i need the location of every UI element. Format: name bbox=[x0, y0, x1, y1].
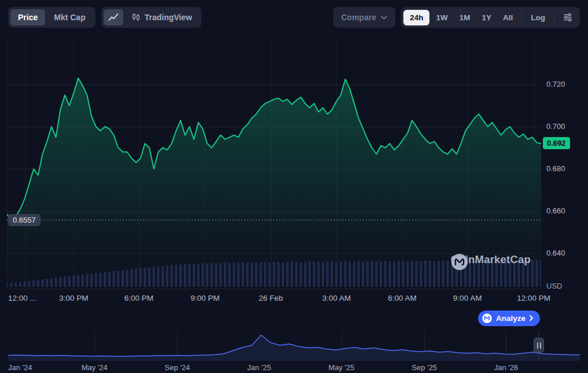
cmc-logo-icon bbox=[482, 313, 492, 323]
analyze-row: Analyze bbox=[0, 309, 588, 327]
brush-handle[interactable] bbox=[534, 338, 544, 353]
sliders-icon bbox=[563, 13, 572, 22]
y-axis: 0.692 USD 0.7200.7000.6800.6600.640 bbox=[541, 42, 588, 289]
line-chart-icon bbox=[108, 13, 119, 21]
range-1m[interactable]: 1M bbox=[454, 10, 476, 25]
range-1w[interactable]: 1W bbox=[431, 10, 453, 25]
line-chart-type-button[interactable] bbox=[104, 9, 123, 25]
mini-x-tick-label: Sep '24 bbox=[165, 363, 190, 372]
compare-label: Compare bbox=[341, 13, 377, 22]
range-all[interactable]: All bbox=[498, 10, 518, 25]
x-tick-label: 12:00 ... bbox=[8, 294, 36, 302]
range-24h[interactable]: 24h bbox=[403, 10, 429, 25]
current-price-badge: 0.692 bbox=[543, 137, 570, 149]
x-tick-label: 3:00 PM bbox=[59, 294, 88, 302]
price-chart-page: Price Mkt Cap TradingView bbox=[0, 0, 588, 373]
range-selector[interactable] bbox=[0, 331, 588, 361]
price-mktcap-toggle: Price Mkt Cap bbox=[8, 7, 95, 28]
x-tick-label: 6:00 PM bbox=[124, 294, 153, 302]
cmc-logo-icon bbox=[451, 253, 468, 271]
compare-button[interactable]: Compare bbox=[333, 7, 396, 28]
x-tick-label: 12:00 PM bbox=[517, 294, 550, 302]
main-chart-svg bbox=[7, 42, 541, 289]
x-tick-label: 9:00 AM bbox=[453, 294, 482, 302]
chevron-right-icon bbox=[530, 315, 533, 321]
main-x-axis: 12:00 ...3:00 PM6:00 PM9:00 PM26 Feb3:00… bbox=[0, 289, 588, 306]
handle-grip-bar bbox=[540, 342, 541, 349]
price-tab[interactable]: Price bbox=[10, 9, 45, 25]
y-tick-label: 0.660 bbox=[546, 206, 565, 215]
mktcap-tab[interactable]: Mkt Cap bbox=[46, 9, 93, 25]
chart-type-group: TradingView bbox=[101, 7, 201, 28]
x-tick-label: 6:00 AM bbox=[388, 294, 417, 302]
analyze-button[interactable]: Analyze bbox=[478, 311, 540, 326]
divider bbox=[554, 12, 554, 23]
chart-toolbar: Price Mkt Cap TradingView bbox=[0, 0, 588, 34]
plot-area[interactable]: 0.6557 CoinMarketCap bbox=[7, 42, 541, 289]
y-tick-label: 0.700 bbox=[546, 122, 565, 131]
mini-x-tick-label: May '25 bbox=[328, 363, 354, 372]
y-tick-label: 0.680 bbox=[546, 164, 565, 173]
mini-x-tick-label: Jan '24 bbox=[8, 363, 32, 372]
x-tick-label: 3:00 AM bbox=[322, 294, 351, 302]
mini-x-tick-label: Jan '26 bbox=[494, 363, 519, 372]
cmc-watermark: CoinMarketCap bbox=[451, 253, 531, 266]
divider bbox=[521, 12, 522, 23]
mini-x-tick-label: May '24 bbox=[82, 363, 108, 372]
x-tick-label: 9:00 PM bbox=[190, 294, 219, 302]
analyze-label: Analyze bbox=[496, 314, 525, 323]
low-price-label: 0.6557 bbox=[8, 214, 41, 226]
mini-chart-svg bbox=[8, 331, 580, 361]
tradingview-button[interactable]: TradingView bbox=[124, 9, 199, 25]
mini-x-axis: Jan '24May '24Sep '24Jan '25May '25Sep '… bbox=[0, 361, 588, 373]
y-tick-label: 0.640 bbox=[546, 249, 565, 257]
candlestick-icon bbox=[131, 13, 141, 22]
chevron-down-icon bbox=[381, 16, 387, 20]
tradingview-label: TradingView bbox=[145, 13, 192, 22]
range-tabs: 24h 1W 1M 1Y All Log bbox=[401, 7, 580, 28]
chart-settings-button[interactable] bbox=[558, 9, 578, 25]
mini-x-tick-label: Jan '25 bbox=[247, 363, 271, 372]
range-1y[interactable]: 1Y bbox=[476, 10, 497, 25]
y-tick-label: 0.720 bbox=[546, 80, 565, 88]
price-chart-region: 0.6557 CoinMarketCap 0.692 USD 0.7200.70… bbox=[0, 42, 588, 289]
handle-grip-bar bbox=[537, 342, 538, 349]
log-scale-toggle[interactable]: Log bbox=[525, 10, 550, 25]
mini-x-tick-label: Sep '25 bbox=[411, 363, 437, 372]
x-tick-label: 26 Feb bbox=[259, 294, 283, 302]
